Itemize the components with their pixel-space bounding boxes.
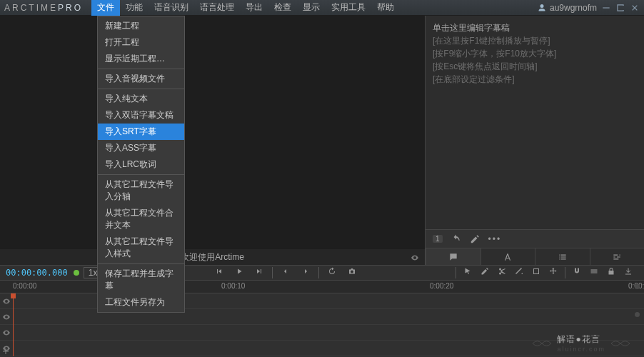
minimize-icon[interactable] bbox=[601, 3, 611, 13]
download-tool[interactable] bbox=[620, 267, 637, 278]
app-logo: ARCTIMEPRO bbox=[4, 2, 83, 13]
edit-icon[interactable] bbox=[470, 234, 480, 244]
hint-line: 单击这里编辑字幕稿 bbox=[433, 21, 637, 34]
welcome-label: 欢迎使用Arctime bbox=[0, 249, 425, 265]
eye-icon[interactable] bbox=[2, 313, 11, 321]
speech-icon bbox=[448, 252, 458, 262]
menu-item[interactable]: 工程文件另存为 bbox=[98, 294, 184, 311]
user-account[interactable]: au9wgrnofm bbox=[538, 3, 597, 13]
eye-icon[interactable] bbox=[2, 297, 11, 306]
menu-item[interactable]: 导入ASS字幕 bbox=[98, 140, 184, 156]
undo-icon[interactable] bbox=[451, 234, 461, 244]
menu-item[interactable]: 保存工程并生成字幕 bbox=[98, 266, 184, 294]
separator bbox=[98, 263, 184, 264]
menu-item[interactable]: 导入纯文本 bbox=[98, 91, 184, 107]
watermark: 解语●花言 aluincr.com bbox=[533, 333, 630, 353]
close-icon[interactable] bbox=[630, 3, 640, 13]
more-icon[interactable]: ••• bbox=[488, 234, 502, 244]
menu-item[interactable]: 导入LRC歌词 bbox=[98, 156, 184, 173]
user-name: au9wgrnofm bbox=[550, 3, 597, 13]
drag-tool[interactable] bbox=[545, 267, 562, 278]
menu-5[interactable]: 检查 bbox=[268, 0, 297, 16]
count-badge: 1 bbox=[433, 235, 443, 243]
tab-settings[interactable] bbox=[590, 248, 645, 265]
play-button[interactable] bbox=[229, 267, 249, 278]
pointer-tool[interactable] bbox=[459, 267, 476, 278]
decor-icon bbox=[533, 338, 551, 348]
hint-line: [在这里按F1键控制播放与暂停] bbox=[433, 34, 637, 47]
magnet-tool[interactable] bbox=[568, 267, 585, 278]
playhead[interactable] bbox=[13, 293, 14, 356]
decor-icon bbox=[611, 338, 630, 348]
menu-item[interactable]: 从其它工程文件导入分轴 bbox=[98, 176, 184, 205]
menu-item[interactable]: 导入双语字幕文稿 bbox=[98, 107, 184, 124]
scroll-dot[interactable] bbox=[635, 284, 640, 289]
lock-tool[interactable] bbox=[603, 267, 620, 278]
menu-item[interactable]: 导入音视频文件 bbox=[98, 71, 184, 87]
step-fwd-button[interactable] bbox=[296, 267, 316, 278]
slice-tool[interactable] bbox=[510, 267, 528, 278]
step-back-button[interactable] bbox=[276, 267, 296, 278]
tab-list[interactable] bbox=[535, 248, 590, 265]
cut-tool[interactable] bbox=[493, 267, 510, 278]
timecode: 00:00:00.000 bbox=[0, 268, 74, 278]
edit-tool[interactable] bbox=[476, 267, 493, 278]
menu-item[interactable]: 打开工程 bbox=[98, 34, 184, 51]
sliders-icon bbox=[612, 252, 622, 262]
menu-8[interactable]: 帮助 bbox=[371, 0, 400, 16]
status-dot bbox=[74, 270, 79, 276]
hint-line: [按F9缩小字体，按F10放大字体] bbox=[433, 47, 637, 60]
prev-button[interactable] bbox=[209, 267, 229, 278]
subtitle-editor-hint[interactable]: 单击这里编辑字幕稿 [在这里按F1键控制播放与暂停] [按F9缩小字体，按F10… bbox=[426, 16, 644, 229]
eye-icon[interactable] bbox=[2, 328, 11, 337]
hint-line: [在底部设定过滤条件] bbox=[433, 73, 637, 86]
menu-item[interactable]: 导入SRT字幕 bbox=[98, 124, 184, 140]
hint-line: [按Esc键将焦点返回时间轴] bbox=[433, 60, 637, 73]
ruler-label: 0:00:10 bbox=[221, 282, 245, 290]
track-tool[interactable] bbox=[585, 267, 603, 278]
menu-item[interactable]: 新建工程 bbox=[98, 18, 184, 34]
menu-6[interactable]: 显示 bbox=[297, 0, 326, 16]
preview-area: 欢迎使用Arctime bbox=[0, 16, 426, 265]
camera-button[interactable] bbox=[342, 267, 362, 278]
menu-4[interactable]: 导出 bbox=[240, 0, 268, 16]
reload-button[interactable] bbox=[322, 267, 342, 278]
ruler-label: 0:00:00 bbox=[13, 282, 36, 290]
tab-chat[interactable] bbox=[426, 248, 481, 265]
svg-rect-0 bbox=[603, 7, 609, 8]
menu-3[interactable]: 语言处理 bbox=[194, 0, 240, 16]
box-tool[interactable] bbox=[528, 267, 545, 278]
file-menu-dropdown[interactable]: 新建工程打开工程显示近期工程…导入音视频文件导入纯文本导入双语字幕文稿导入SRT… bbox=[97, 16, 185, 313]
menu-1[interactable]: 功能 bbox=[120, 0, 149, 16]
menu-item[interactable]: 从其它工程文件导入样式 bbox=[98, 233, 184, 262]
maximize-icon[interactable] bbox=[615, 3, 625, 13]
separator bbox=[98, 69, 184, 69]
user-icon bbox=[538, 4, 546, 12]
add-track-icon[interactable] bbox=[1, 347, 10, 356]
menu-0[interactable]: 文件 bbox=[91, 0, 120, 16]
ruler-label: 0:00:20 bbox=[430, 282, 453, 290]
separator bbox=[98, 174, 184, 175]
menu-2[interactable]: 语音识别 bbox=[149, 0, 194, 16]
separator bbox=[98, 89, 184, 89]
list-icon bbox=[558, 252, 568, 262]
menu-7[interactable]: 实用工具 bbox=[326, 0, 371, 16]
font-icon bbox=[503, 252, 513, 262]
menu-item[interactable]: 显示近期工程… bbox=[98, 51, 184, 67]
next-button[interactable] bbox=[249, 267, 269, 278]
scroll-dot[interactable] bbox=[635, 312, 640, 317]
menu-item[interactable]: 从其它工程文件合并文本 bbox=[98, 205, 184, 233]
tab-font[interactable] bbox=[481, 248, 535, 265]
eye-icon[interactable] bbox=[411, 253, 419, 262]
